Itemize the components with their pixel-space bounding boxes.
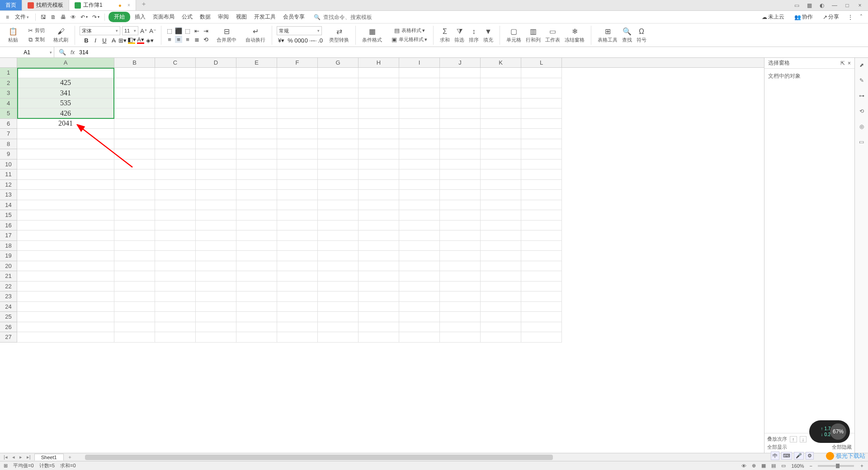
cell[interactable] (114, 108, 155, 119)
cell[interactable] (17, 180, 114, 190)
align-middle-icon[interactable]: ⬛ (175, 27, 182, 34)
cell[interactable] (359, 241, 399, 251)
col-header-I[interactable]: I (399, 58, 440, 67)
align-right-icon[interactable]: ≡ (184, 36, 191, 43)
merge-button[interactable]: ⊟合并居中 (215, 26, 238, 44)
cell[interactable] (196, 251, 236, 261)
location-tool-icon[interactable]: ◎ (857, 122, 866, 131)
show-all-button[interactable]: 全部显示 (767, 444, 787, 451)
cell[interactable] (521, 108, 562, 119)
minimize-button[interactable]: — (830, 1, 839, 10)
tab-formula[interactable]: 公式 (179, 12, 195, 22)
cell[interactable] (440, 282, 481, 292)
redo-icon[interactable]: ↷▾ (91, 13, 101, 22)
cell[interactable] (114, 160, 155, 170)
cell[interactable] (277, 241, 318, 251)
cell[interactable] (359, 68, 399, 78)
cell[interactable] (17, 210, 114, 221)
sheet-button[interactable]: ▭工作表 (543, 26, 562, 44)
tab-review[interactable]: 审阅 (215, 12, 231, 22)
cell[interactable] (521, 129, 562, 139)
cell[interactable] (521, 180, 562, 190)
cell[interactable] (440, 169, 481, 180)
cond-format-button[interactable]: ▦条件格式 (360, 26, 384, 44)
cell[interactable] (277, 88, 318, 99)
cell[interactable] (521, 230, 562, 241)
cell[interactable] (17, 291, 114, 302)
rowcol-button[interactable]: ▥行和列 (524, 26, 542, 44)
command-search[interactable]: 🔍 (314, 14, 377, 20)
row-header[interactable]: 2 (0, 78, 17, 89)
cell[interactable] (114, 322, 155, 333)
cell[interactable] (481, 169, 521, 180)
cell[interactable] (440, 68, 481, 78)
cell-style-button[interactable]: ▣单元格样式▾ (389, 36, 429, 44)
cell[interactable] (277, 99, 318, 109)
share-button[interactable]: ↗ 分享 (820, 12, 842, 22)
cell[interactable] (155, 129, 196, 139)
save-icon[interactable]: 🖫 (39, 13, 47, 22)
cell[interactable] (114, 221, 155, 231)
cloud-status[interactable]: ☁ 未上云 (759, 12, 787, 22)
col-header-A[interactable]: A (17, 58, 114, 67)
tab-home[interactable]: 首页 (0, 0, 22, 10)
cell[interactable] (399, 180, 440, 190)
save-as-icon[interactable]: 🗎 (49, 13, 57, 22)
row-header[interactable]: 14 (0, 200, 17, 211)
cell[interactable] (196, 160, 236, 170)
cell[interactable] (481, 160, 521, 170)
cell[interactable] (359, 302, 399, 312)
cell[interactable] (196, 221, 236, 231)
collab-button[interactable]: 👥 协作 (792, 12, 816, 22)
tab-start[interactable]: 开始 (108, 12, 130, 22)
cell[interactable] (521, 169, 562, 180)
pane-pin-icon[interactable]: ⇱ (840, 60, 845, 66)
cell[interactable] (399, 271, 440, 282)
cell[interactable] (17, 149, 114, 160)
symbol-button[interactable]: Ω符号 (635, 26, 648, 44)
cell[interactable] (440, 302, 481, 312)
tab-pagelayout[interactable]: 页面布局 (150, 12, 177, 22)
cell[interactable] (114, 282, 155, 292)
cell[interactable] (521, 210, 562, 221)
col-header-K[interactable]: K (481, 58, 521, 67)
cell[interactable] (236, 221, 277, 231)
cell[interactable] (236, 180, 277, 190)
cell[interactable] (318, 282, 359, 292)
cells-button[interactable]: ▢单元格 (505, 26, 523, 44)
cell[interactable] (155, 190, 196, 200)
cell[interactable] (359, 200, 399, 211)
cell[interactable] (318, 190, 359, 200)
cell[interactable] (481, 180, 521, 190)
cell[interactable] (196, 261, 236, 272)
cell[interactable] (359, 139, 399, 150)
cell[interactable] (359, 322, 399, 333)
cell[interactable] (521, 261, 562, 272)
view-normal-icon[interactable]: ▦ (761, 463, 766, 469)
cut-button[interactable]: ✂剪切 (25, 27, 46, 35)
cell[interactable] (481, 108, 521, 119)
align-top-icon[interactable]: ⬚ (166, 27, 173, 34)
cell[interactable] (17, 129, 114, 139)
cell[interactable] (440, 271, 481, 282)
cell[interactable] (318, 221, 359, 231)
cell[interactable] (440, 230, 481, 241)
zoom-slider[interactable] (818, 465, 854, 467)
cell[interactable] (521, 139, 562, 150)
cell[interactable] (440, 261, 481, 272)
tab-view[interactable]: 视图 (233, 12, 250, 22)
cell[interactable] (399, 210, 440, 221)
cell[interactable] (277, 180, 318, 190)
cell[interactable] (155, 169, 196, 180)
cell[interactable] (399, 169, 440, 180)
cell[interactable] (114, 332, 155, 343)
add-sheet-icon[interactable]: ＋ (66, 454, 73, 461)
cell[interactable] (236, 78, 277, 89)
font-color-icon[interactable]: A▾ (137, 37, 144, 44)
cell[interactable] (521, 149, 562, 160)
network-speed-widget[interactable]: ↑1.7 K/s ↓0.2 K/s 67% (809, 420, 850, 443)
row-header[interactable]: 17 (0, 230, 17, 241)
cell[interactable] (196, 200, 236, 211)
cell[interactable] (359, 190, 399, 200)
cell[interactable] (277, 291, 318, 302)
